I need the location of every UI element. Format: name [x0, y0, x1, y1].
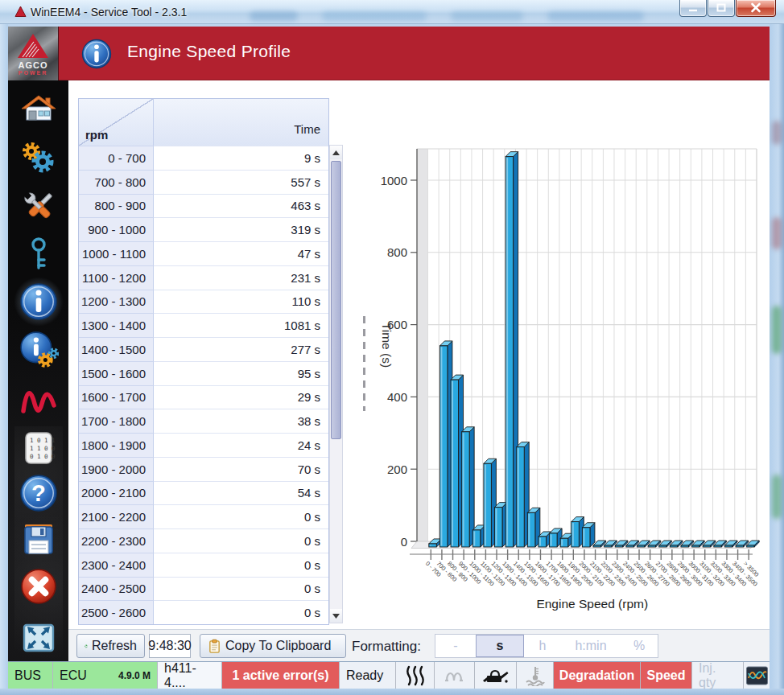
table-row[interactable]: 800 - 900463 s — [79, 194, 328, 218]
coolant-temp-indicator — [517, 662, 554, 689]
table-row[interactable]: 0 - 7009 s — [79, 146, 328, 170]
sidebar-item-home[interactable] — [19, 90, 59, 130]
window-controls — [679, 0, 776, 17]
refresh-icon — [85, 639, 88, 653]
table-body: 0 - 7009 s700 - 800557 s800 - 900463 s90… — [79, 146, 328, 624]
time-value-cell: 277 s — [154, 337, 328, 361]
page-header: AGCO POWER Engine Speed Profile — [8, 27, 770, 80]
table-scrollbar[interactable] — [329, 145, 343, 623]
table-row[interactable]: 1000 - 110047 s — [79, 241, 328, 265]
rpm-range-cell: 1600 - 1700 — [79, 385, 154, 409]
application-window: WinEEM4 - Service Tool - 2.3.1 AGCO POWE… — [0, 0, 784, 695]
fullscreen-icon — [19, 619, 58, 657]
content-panel: Engine Speed rpm Time 0 - 7009 s700 - 80… — [68, 80, 770, 629]
rpm-range-cell: 2200 - 2300 — [79, 528, 154, 553]
time-value-cell: 24 s — [154, 433, 328, 457]
scrollbar-thumb[interactable] — [331, 161, 341, 439]
svg-text:0 1 0 0: 0 1 0 0 — [30, 453, 56, 460]
table-row[interactable]: 1900 - 200070 s — [79, 457, 328, 481]
toolbar: Refresh 9:48:30 Copy To Clipboard Format… — [68, 629, 770, 661]
table-row[interactable]: 1600 - 170029 s — [79, 385, 328, 409]
waveform-indicator[interactable] — [744, 662, 770, 689]
formatting-label: Formatting: — [352, 639, 421, 655]
sidebar-item-key[interactable] — [19, 235, 59, 275]
sidebar-item-fullscreen[interactable] — [19, 618, 59, 658]
table-row[interactable]: 1100 - 1200231 s — [79, 265, 328, 290]
table-row[interactable]: 2100 - 22000 s — [79, 504, 328, 528]
degradation-alarm[interactable]: Degradation — [554, 662, 641, 689]
sidebar-item-data-grid[interactable]: 1 0 1 1 1 1 0 0 0 1 0 0 — [19, 428, 59, 468]
ecu-version: 4.9.0 M — [118, 670, 151, 681]
window-title: WinEEM4 - Service Tool - 2.3.1 — [31, 6, 187, 19]
copy-to-clipboard-button[interactable]: Copy To Clipboard — [200, 634, 346, 658]
time-value-cell: 0 s — [154, 528, 328, 553]
table-row[interactable]: 1500 - 160095 s — [79, 361, 328, 385]
rpm-range-cell: 1500 - 1600 — [79, 361, 154, 385]
table-header: rpm Time — [79, 99, 328, 146]
table-row[interactable]: 1400 - 1500277 s — [79, 337, 328, 361]
sidebar-item-service-tools[interactable] — [19, 187, 59, 227]
format-option-s[interactable]: s — [476, 635, 524, 657]
rpm-range-cell: 2300 - 2400 — [79, 553, 154, 577]
titlebar[interactable]: WinEEM4 - Service Tool - 2.3.1 — [0, 0, 784, 24]
maximize-icon — [714, 2, 728, 14]
table-row[interactable]: 2000 - 210054 s — [79, 481, 328, 505]
time-value-cell: 0 s — [154, 577, 328, 601]
agco-power-logo: AGCO POWER — [8, 27, 59, 80]
panel-splitter[interactable] — [363, 316, 365, 411]
sidebar-item-settings[interactable] — [19, 138, 59, 179]
logo-sub-text: POWER — [19, 70, 47, 76]
formatting-options: -shh:min% — [435, 634, 658, 658]
engine-speed-chart: 020040060080010000 - 700700 - 800800 - 9… — [366, 80, 766, 629]
table-row[interactable]: 2500 - 26000 s — [79, 600, 328, 624]
speed-alarm[interactable]: Speed — [641, 662, 692, 689]
time-value-cell: 29 s — [154, 385, 328, 409]
sidebar-item-info[interactable] — [19, 282, 59, 322]
table-row[interactable]: 1200 - 1300110 s — [79, 290, 328, 314]
time-value-cell: 0 s — [154, 600, 328, 624]
scrollbar-up-button[interactable] — [330, 146, 342, 159]
maximize-button[interactable] — [708, 0, 735, 17]
time-value-cell: 0 s — [154, 553, 328, 577]
svg-text:1 1 0 0: 1 1 0 0 — [30, 445, 56, 452]
preheat-indicator — [396, 662, 435, 689]
active-errors-badge[interactable]: 1 active error(s) — [222, 662, 340, 689]
format-option-h[interactable]: h — [524, 635, 561, 657]
scroll-down-icon — [332, 614, 340, 619]
minimize-button[interactable] — [679, 0, 707, 17]
home-icon — [19, 91, 58, 130]
table-row[interactable]: 1300 - 14001081 s — [79, 313, 328, 337]
table-row[interactable]: 2300 - 24000 s — [79, 553, 328, 577]
table-row[interactable]: 1800 - 190024 s — [79, 433, 328, 457]
sidebar-item-measure[interactable] — [19, 380, 59, 420]
table-row[interactable]: 1700 - 180038 s — [79, 409, 328, 433]
time-value-cell: 557 s — [154, 170, 328, 194]
sidebar-item-save[interactable] — [19, 520, 59, 560]
format-option-hmin[interactable]: h:min — [561, 635, 621, 657]
preheat-icon — [405, 665, 426, 686]
refresh-label: Refresh — [92, 639, 137, 653]
rpm-range-cell: 1200 - 1300 — [79, 290, 154, 314]
format-option-%[interactable]: % — [621, 635, 658, 657]
table-row[interactable]: 2200 - 23000 s — [79, 528, 328, 553]
glow-coil-icon — [444, 667, 465, 685]
table-row[interactable]: 2400 - 25000 s — [79, 577, 328, 601]
format-option-[interactable]: - — [435, 635, 476, 657]
sidebar-item-diagnostics[interactable] — [19, 330, 59, 370]
rpm-range-cell: 800 - 900 — [79, 194, 154, 218]
key-icon — [19, 236, 58, 274]
time-value-cell: 38 s — [154, 409, 328, 433]
time-value-cell: 0 s — [154, 504, 328, 528]
rpm-range-cell: 1900 - 2000 — [79, 457, 154, 481]
diagnostics-gear-icon — [19, 330, 59, 370]
table-row[interactable]: 700 - 800557 s — [79, 170, 328, 194]
close-button[interactable] — [736, 0, 776, 17]
page-info-icon — [80, 38, 113, 73]
exit-icon — [19, 566, 59, 607]
refresh-button[interactable]: Refresh — [76, 634, 145, 658]
scrollbar-down-button[interactable] — [330, 609, 342, 623]
table-row[interactable]: 900 - 1000319 s — [79, 217, 328, 241]
time-value-cell: 231 s — [154, 265, 328, 290]
sidebar-item-exit[interactable] — [19, 566, 59, 607]
sidebar-item-help[interactable]: ? — [19, 473, 59, 513]
